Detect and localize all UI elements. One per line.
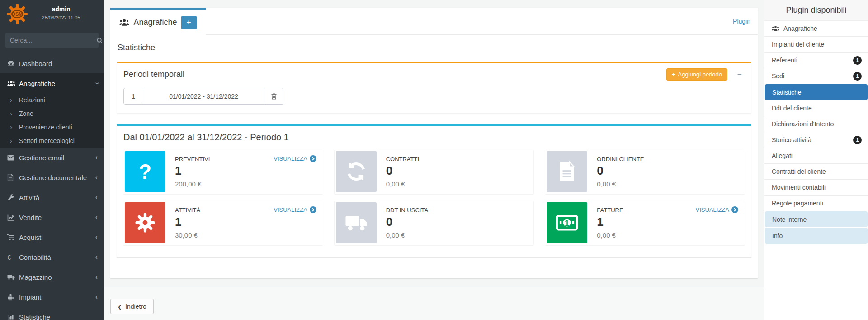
sidebar-menu: Dashboard Anagrafiche Relazioni Zone Pro…: [0, 53, 104, 320]
search-input[interactable]: [5, 37, 96, 44]
visualizza-link[interactable]: VISUALIZZA: [274, 206, 316, 213]
sidebar-subitem-provenienze-clienti[interactable]: Provenienze clienti: [0, 120, 104, 134]
sidebar-item-vendite[interactable]: Vendite: [0, 207, 104, 227]
plugin-item-contratti-del-cliente[interactable]: Contratti del cliente: [764, 164, 868, 180]
sidebar-subitem-zone[interactable]: Zone: [0, 107, 104, 120]
chevron-right-icon: [10, 96, 19, 104]
sidebar-item-contabilita[interactable]: € Contabilità: [0, 247, 104, 267]
search-icon[interactable]: [96, 33, 103, 48]
trash-icon[interactable]: [264, 88, 283, 105]
anagrafiche-submenu: Relazioni Zone Provenienze clienti Setto…: [0, 93, 104, 148]
sidebar-item-label: Statistiche: [19, 313, 98, 320]
plugin-item-referenti[interactable]: Referenti1: [764, 53, 868, 68]
period-range-input[interactable]: [143, 88, 264, 105]
plugin-item-movimenti-contabili[interactable]: Movimenti contabili: [764, 180, 868, 196]
plugin-item-label: Sedi: [772, 72, 849, 80]
sidebar-item-attivita[interactable]: Attività: [0, 187, 104, 207]
chevron-left-icon: [95, 273, 98, 281]
stat-label: FATTURE: [597, 207, 623, 214]
user-name: admin: [18, 5, 104, 13]
left-sidebar: OSM admin 28/06/2022 11:05 Dashboard: [0, 0, 104, 320]
plugin-item-label: Contratti del cliente: [772, 168, 862, 175]
sidebar-item-magazzino[interactable]: Magazzino: [0, 267, 104, 287]
stats-cards-grid: ? PREVENTIVI 1 200,00 € VISUALIZZA: [123, 150, 745, 245]
plugin-link[interactable]: Plugin: [733, 18, 750, 25]
users-icon: [7, 80, 19, 87]
sidebar-subitem-relazioni[interactable]: Relazioni: [0, 93, 104, 107]
bar-chart-icon: [7, 314, 19, 320]
back-label: Indietro: [125, 303, 146, 310]
subitem-label: Zone: [19, 110, 33, 117]
sidebar-item-anagrafiche[interactable]: Anagrafiche: [0, 73, 104, 93]
sidebar-item-label: Anagrafiche: [19, 80, 95, 87]
chevron-left-icon: [95, 214, 98, 221]
chevron-right-icon: [10, 110, 19, 117]
plugin-item-regole-pagamenti[interactable]: Regole pagamenti: [764, 196, 868, 211]
plugin-item-statistiche[interactable]: Statistiche: [765, 84, 868, 100]
subitem-label: Relazioni: [19, 96, 45, 104]
stat-amount: 0,00 €: [386, 180, 419, 188]
visualizza-label: VISUALIZZA: [274, 155, 307, 162]
sidebar-item-label: Gestione documentale: [19, 174, 95, 181]
add-period-label: Aggiungi periodo: [678, 71, 722, 78]
plugin-item-sedi[interactable]: Sedi1: [764, 68, 868, 84]
plugin-item-allegati[interactable]: Allegati: [764, 148, 868, 164]
plugin-item-label: Impianti del cliente: [772, 41, 862, 48]
money-icon: 1: [547, 202, 587, 243]
collapse-panel-button[interactable]: −: [737, 70, 742, 79]
plugin-item-label: Dichiarazioni d'Intento: [772, 120, 862, 128]
visualizza-link[interactable]: VISUALIZZA: [274, 155, 316, 162]
back-button[interactable]: Indietro: [110, 299, 154, 314]
chevron-right-icon: [10, 137, 19, 144]
sidebar-item-label: Contabilità: [19, 253, 95, 261]
sidebar-item-impianti[interactable]: Impianti: [0, 287, 104, 307]
plugin-item-impianti-del-cliente[interactable]: Impianti del cliente: [764, 37, 868, 53]
stats-panel: Dal 01/01/2022 al 31/12/2022 - Periodo 1…: [117, 124, 751, 257]
file-icon: [547, 151, 587, 192]
plugin-item-note-interne[interactable]: Note interne: [765, 211, 868, 227]
sidebar-item-gestione-email[interactable]: Gestione email: [0, 148, 104, 167]
page-title: Statistiche: [118, 43, 751, 53]
add-period-button[interactable]: Aggiungi periodo: [666, 68, 727, 81]
app-root: OSM admin 28/06/2022 11:05 Dashboard: [0, 0, 868, 320]
stat-card-attivita: ATTIVITÀ 1 30,00 € VISUALIZZA: [123, 201, 323, 245]
sidebar-item-statistiche[interactable]: Statistiche: [0, 307, 104, 320]
stat-value: 1: [175, 164, 210, 178]
sidebar-item-gestione-documentale[interactable]: Gestione documentale: [0, 167, 104, 187]
tab-anagrafiche[interactable]: Anagrafiche +: [110, 8, 206, 35]
plugin-item-label: Statistiche: [772, 89, 861, 96]
subitem-label: Settori merceologici: [19, 137, 75, 144]
plugin-item-dichiarazioni-d-intento[interactable]: Dichiarazioni d'Intento: [764, 116, 868, 132]
visualizza-link[interactable]: VISUALIZZA: [696, 206, 738, 213]
subitem-label: Provenienze clienti: [19, 124, 72, 131]
chevron-down-icon: [93, 82, 100, 84]
euro-icon: €: [7, 253, 19, 261]
plugin-item-anagrafiche[interactable]: Anagrafiche: [764, 21, 868, 37]
plugin-item-label: Anagrafiche: [783, 25, 862, 32]
content-card: Anagrafiche + Plugin Statistiche Periodi…: [110, 8, 758, 278]
sidebar-subitem-settori-merceologici[interactable]: Settori merceologici: [0, 134, 104, 148]
stat-label: ATTIVITÀ: [175, 207, 200, 214]
envelope-icon: [7, 155, 19, 161]
sidebar-item-acquisti[interactable]: Acquisti: [0, 227, 104, 247]
sidebar-item-dashboard[interactable]: Dashboard: [0, 53, 104, 73]
plugin-item-ddt-del-cliente[interactable]: Ddt del cliente: [764, 100, 868, 116]
truck-icon: [7, 274, 19, 280]
chevron-left-icon: [95, 174, 98, 181]
add-record-button[interactable]: +: [181, 16, 197, 29]
question-icon: ?: [125, 151, 165, 192]
chevron-right-icon: [10, 124, 19, 131]
gear-icon: [125, 202, 165, 243]
plugin-item-label: Info: [772, 232, 861, 239]
user-datetime: 28/06/2022 11:05: [18, 15, 104, 20]
sidebar-item-label: Vendite: [19, 214, 95, 221]
sidebar-group-anagrafiche: Anagrafiche Relazioni Zone Provenienze c…: [0, 73, 104, 148]
sidebar-item-label: Dashboard: [19, 60, 98, 67]
sidebar-item-label: Gestione email: [19, 154, 95, 162]
users-icon: [119, 19, 129, 27]
svg-text:OSM: OSM: [11, 11, 23, 17]
user-panel: OSM admin 28/06/2022 11:05: [0, 0, 104, 28]
plugin-item-info[interactable]: Info: [765, 228, 868, 244]
chart-line-icon: [7, 214, 19, 221]
plugin-item-storico-attivita[interactable]: Storico attività1: [764, 132, 868, 148]
